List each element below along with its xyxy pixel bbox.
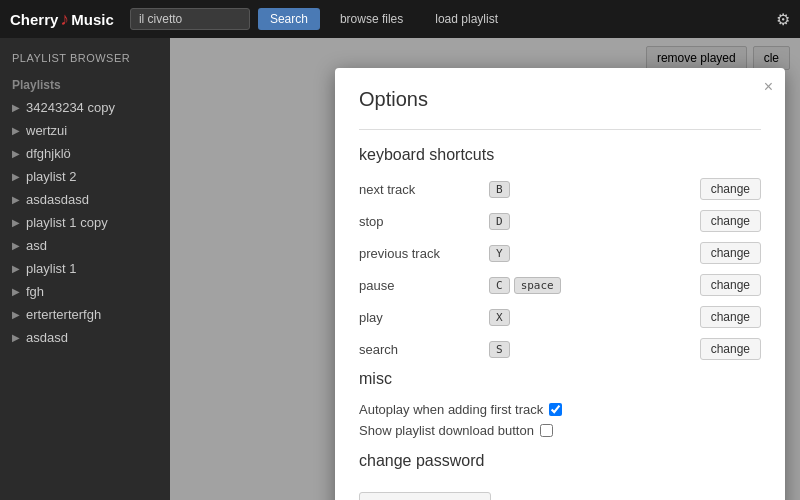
key-badge: Y bbox=[489, 245, 510, 262]
sidebar-title: Playlist browser bbox=[0, 48, 170, 72]
change-password-heading: change password bbox=[359, 452, 761, 470]
chevron-right-icon: ▶ bbox=[12, 309, 20, 320]
shortcut-label-search: search bbox=[359, 342, 489, 357]
shortcut-next-track: next track B change bbox=[359, 178, 761, 200]
autoplay-checkbox[interactable] bbox=[549, 403, 562, 416]
shortcut-label-pause: pause bbox=[359, 278, 489, 293]
show-download-label: Show playlist download button bbox=[359, 423, 534, 438]
shortcut-previous-track: previous track Y change bbox=[359, 242, 761, 264]
change-search-button[interactable]: change bbox=[700, 338, 761, 360]
content-area: remove played cle × Options keyboard sho… bbox=[170, 38, 800, 500]
list-item[interactable]: ▶asdasdasd bbox=[0, 188, 170, 211]
chevron-right-icon: ▶ bbox=[12, 217, 20, 228]
brand-icon: ♪ bbox=[60, 9, 69, 30]
key-badge: X bbox=[489, 309, 510, 326]
shortcut-keys-stop: D bbox=[489, 213, 700, 230]
autoplay-row: Autoplay when adding first track bbox=[359, 402, 761, 417]
search-input[interactable] bbox=[130, 8, 250, 30]
change-password-section: change password change password bbox=[359, 452, 761, 500]
sidebar: Playlist browser Playlists ▶34243234 cop… bbox=[0, 38, 170, 500]
change-play-button[interactable]: change bbox=[700, 306, 761, 328]
change-next-track-button[interactable]: change bbox=[700, 178, 761, 200]
main-layout: Playlist browser Playlists ▶34243234 cop… bbox=[0, 38, 800, 500]
list-item[interactable]: ▶playlist 1 bbox=[0, 257, 170, 280]
shortcut-search: search S change bbox=[359, 338, 761, 360]
change-password-button[interactable]: change password bbox=[359, 492, 491, 500]
autoplay-label: Autoplay when adding first track bbox=[359, 402, 543, 417]
shortcut-keys-search: S bbox=[489, 341, 700, 358]
shortcut-keys-previous-track: Y bbox=[489, 245, 700, 262]
chevron-right-icon: ▶ bbox=[12, 125, 20, 136]
shortcut-play: play X change bbox=[359, 306, 761, 328]
change-previous-track-button[interactable]: change bbox=[700, 242, 761, 264]
chevron-right-icon: ▶ bbox=[12, 240, 20, 251]
misc-section: misc Autoplay when adding first track Sh… bbox=[359, 370, 761, 438]
list-item[interactable]: ▶playlist 2 bbox=[0, 165, 170, 188]
list-item[interactable]: ▶asdasd bbox=[0, 326, 170, 349]
brand-logo: Cherry ♪ Music bbox=[10, 9, 114, 30]
misc-heading: misc bbox=[359, 370, 761, 388]
list-item[interactable]: ▶34243234 copy bbox=[0, 96, 170, 119]
search-button[interactable]: Search bbox=[258, 8, 320, 30]
list-item[interactable]: ▶erterterterfgh bbox=[0, 303, 170, 326]
shortcut-label-previous-track: previous track bbox=[359, 246, 489, 261]
key-badge: D bbox=[489, 213, 510, 230]
show-download-row: Show playlist download button bbox=[359, 423, 761, 438]
list-item[interactable]: ▶asd bbox=[0, 234, 170, 257]
close-button[interactable]: × bbox=[764, 78, 773, 96]
shortcut-label-next-track: next track bbox=[359, 182, 489, 197]
shortcut-keys-pause: C space bbox=[489, 277, 700, 294]
change-stop-button[interactable]: change bbox=[700, 210, 761, 232]
list-item[interactable]: ▶fgh bbox=[0, 280, 170, 303]
chevron-right-icon: ▶ bbox=[12, 194, 20, 205]
chevron-right-icon: ▶ bbox=[12, 263, 20, 274]
key-badge-c: C bbox=[489, 277, 510, 294]
key-badge-space: space bbox=[514, 277, 561, 294]
shortcut-pause: pause C space change bbox=[359, 274, 761, 296]
brand-music: Music bbox=[71, 11, 114, 28]
nav-right: ⚙ bbox=[776, 10, 790, 29]
key-badge: B bbox=[489, 181, 510, 198]
show-download-checkbox[interactable] bbox=[540, 424, 553, 437]
shortcut-stop: stop D change bbox=[359, 210, 761, 232]
shortcut-label-stop: stop bbox=[359, 214, 489, 229]
chevron-right-icon: ▶ bbox=[12, 148, 20, 159]
keyboard-shortcuts-heading: keyboard shortcuts bbox=[359, 146, 761, 164]
options-modal: × Options keyboard shortcuts next track … bbox=[335, 68, 785, 500]
chevron-right-icon: ▶ bbox=[12, 286, 20, 297]
shortcut-keys-next-track: B bbox=[489, 181, 700, 198]
key-badge: S bbox=[489, 341, 510, 358]
shortcut-label-play: play bbox=[359, 310, 489, 325]
list-item[interactable]: ▶wertzui bbox=[0, 119, 170, 142]
divider bbox=[359, 129, 761, 130]
settings-icon[interactable]: ⚙ bbox=[776, 10, 790, 29]
chevron-right-icon: ▶ bbox=[12, 332, 20, 343]
change-pause-button[interactable]: change bbox=[700, 274, 761, 296]
chevron-right-icon: ▶ bbox=[12, 171, 20, 182]
modal-title: Options bbox=[359, 88, 761, 111]
playlists-label: Playlists bbox=[0, 72, 170, 96]
shortcut-keys-play: X bbox=[489, 309, 700, 326]
brand-cherry: Cherry bbox=[10, 11, 58, 28]
list-item[interactable]: ▶dfghjklö bbox=[0, 142, 170, 165]
load-playlist-button[interactable]: load playlist bbox=[423, 8, 510, 30]
browse-files-button[interactable]: browse files bbox=[328, 8, 415, 30]
top-nav: Cherry ♪ Music Search browse files load … bbox=[0, 0, 800, 38]
chevron-right-icon: ▶ bbox=[12, 102, 20, 113]
list-item[interactable]: ▶playlist 1 copy bbox=[0, 211, 170, 234]
